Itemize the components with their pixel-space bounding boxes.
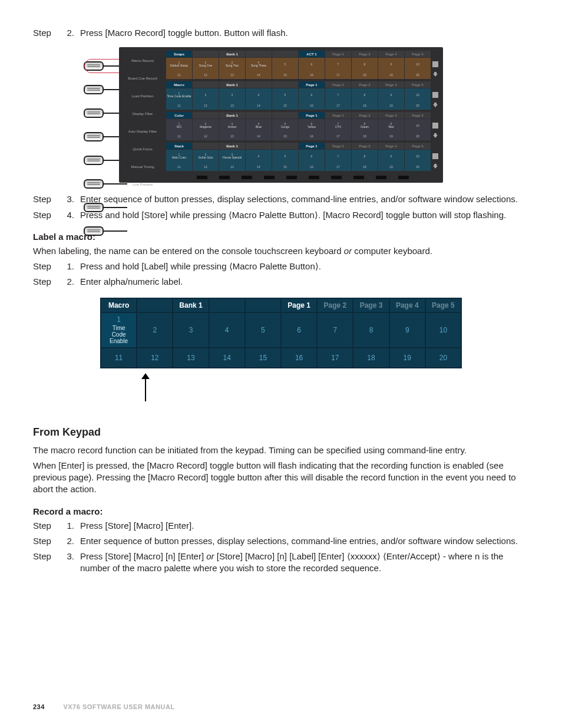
macro-button: 10 <box>425 312 461 348</box>
step-word: Step <box>33 261 58 272</box>
page-tab: Page 2 <box>317 298 353 312</box>
panel-header: MacroBank 1Page 1Page 2Page 3Page 4Page … <box>166 81 439 88</box>
palette-button: 8 <box>352 58 378 71</box>
bank-label: Bank 1 <box>219 112 245 118</box>
active-page: ACT 1 <box>299 51 325 57</box>
active-page: Page 1 <box>299 112 325 118</box>
bank-label: Bank 1 <box>173 298 209 312</box>
palette-button: 18 <box>352 71 378 79</box>
arrow-down-icon <box>433 74 438 77</box>
macro-palette: MacroBank 1Page 1Page 2Page 3Page 4Page … <box>100 298 462 368</box>
console-screen: Macro RecordBoard Cue RecordLoad Partiti… <box>119 47 443 183</box>
palette-button: 17 <box>325 101 351 110</box>
palette-button: 10 <box>405 88 431 101</box>
panel-name: Stack <box>166 143 192 149</box>
palette-row: 1Time Code Enable2345678910 <box>166 88 439 101</box>
palette-button: 19 <box>378 163 404 171</box>
page-tab: Page 5 <box>405 81 431 88</box>
macro-button: 2 <box>137 312 173 348</box>
step-word: Step <box>33 535 58 547</box>
port-icon <box>84 132 104 141</box>
page-tab: Page 3 <box>352 143 378 149</box>
palette-button: 3 <box>219 88 245 101</box>
palette-button: 1Main Cues <box>166 150 192 163</box>
active-page: Page 1 <box>299 143 325 149</box>
page-tab: Page 2 <box>325 112 351 118</box>
palette-button: 4 <box>246 88 272 101</box>
palette-button: 17 <box>325 163 351 171</box>
palette-button: 10 <box>405 119 431 132</box>
palette-button: 13 <box>219 71 245 79</box>
page-tab: Page 4 <box>378 81 404 88</box>
step-item: Step 2. Press [Macro Record] toggle butt… <box>33 27 529 39</box>
palette-button: 20 <box>405 71 431 79</box>
palette-button: 11 <box>166 71 192 79</box>
page-tab: Page 3 <box>353 298 389 312</box>
side-label: Display Filter <box>123 105 163 123</box>
palette-button: 14 <box>246 132 272 140</box>
macro-button: 12 <box>137 348 173 368</box>
header-cell <box>137 298 173 312</box>
palette-button: 19 <box>378 71 404 79</box>
palette-button: 16 <box>299 163 325 171</box>
palette-button: 13 <box>219 132 245 140</box>
palette-button: 8 <box>352 150 378 163</box>
palette-button: 5 <box>272 58 298 71</box>
page-tab: Page 1 <box>281 298 317 312</box>
palette-button: 1Time Code Enable <box>166 88 192 101</box>
step-text: Press [Store] [Macro] [n] [Enter] or [St… <box>80 551 529 575</box>
palette-button: 5 <box>272 150 298 163</box>
from-keypad-heading: From Keypad <box>33 426 529 439</box>
page-tab: Page 4 <box>378 112 404 118</box>
step-number: 4. <box>64 209 74 221</box>
step-word: Step <box>33 27 58 39</box>
macro-button: 19 <box>389 348 425 368</box>
palette-row: 1Main Cues2Guitar Solo3House Special4567… <box>166 150 439 163</box>
body-text: The macro record function can be initiat… <box>33 444 529 456</box>
palette-button: 4 <box>246 150 272 163</box>
step-text: Enter sequence of button presses, displa… <box>80 535 529 547</box>
header-cell <box>209 298 245 312</box>
palette-row: 11121314151617181920 <box>166 132 439 140</box>
bottom-keys <box>166 173 439 179</box>
palette-button: 20 <box>405 101 431 110</box>
step-item: Step1.Press [Store] [Macro] [Enter]. <box>33 520 529 532</box>
palette-button: 9 <box>378 58 404 71</box>
page-tab: Page 4 <box>378 51 404 57</box>
palette-button: 2Guitar Solo <box>193 150 219 163</box>
bank-label: Bank 1 <box>219 143 245 149</box>
side-label: Live Preview <box>123 176 163 193</box>
palette-button: 3Song Two <box>219 58 245 71</box>
macro-button: 1TimeCodeEnable <box>101 312 137 348</box>
panel-name: Color <box>166 112 192 118</box>
palette-button: 18 <box>352 101 378 110</box>
manual-title: VX76 SOFTWARE USER MANUAL <box>63 703 174 710</box>
step-item: Step1.Press and hold [Label] while press… <box>33 261 529 272</box>
macro-button: 20 <box>425 348 461 368</box>
port-icon <box>84 85 104 94</box>
macro-button: 17 <box>317 348 353 368</box>
port-icon <box>84 179 104 189</box>
macro-button: 9 <box>389 312 425 348</box>
palette-button: 15 <box>272 71 298 79</box>
palette-row: 1Default Setup2Song One3Song Two4Song Th… <box>166 58 439 71</box>
side-label: Board Cue Record <box>123 70 163 87</box>
macro-label: Macro <box>101 298 137 312</box>
arrow-up-icon <box>137 372 156 401</box>
palette-button: 6 <box>299 150 325 163</box>
console-screenshot-1: Macro RecordBoard Cue RecordLoad Partiti… <box>119 47 443 183</box>
side-label: Quick Focus <box>123 140 163 158</box>
palette-button: 10 <box>405 58 431 71</box>
palette-button: 4Song Three <box>246 58 272 71</box>
page-tab: Page 2 <box>325 143 351 149</box>
macro-button: 18 <box>353 348 389 368</box>
page-tab: Page 4 <box>389 298 425 312</box>
palette-button: 4Blue <box>246 119 272 132</box>
side-labels: Macro RecordBoard Cue RecordLoad Partiti… <box>123 52 163 193</box>
square-icon <box>432 123 438 129</box>
step-number: 3. <box>64 193 74 205</box>
page-tab: Page 3 <box>352 51 378 57</box>
palette-button: 11 <box>166 132 192 140</box>
macro-row-2: 11121314151617181920 <box>101 348 461 368</box>
page-tab: Page 5 <box>405 112 431 118</box>
